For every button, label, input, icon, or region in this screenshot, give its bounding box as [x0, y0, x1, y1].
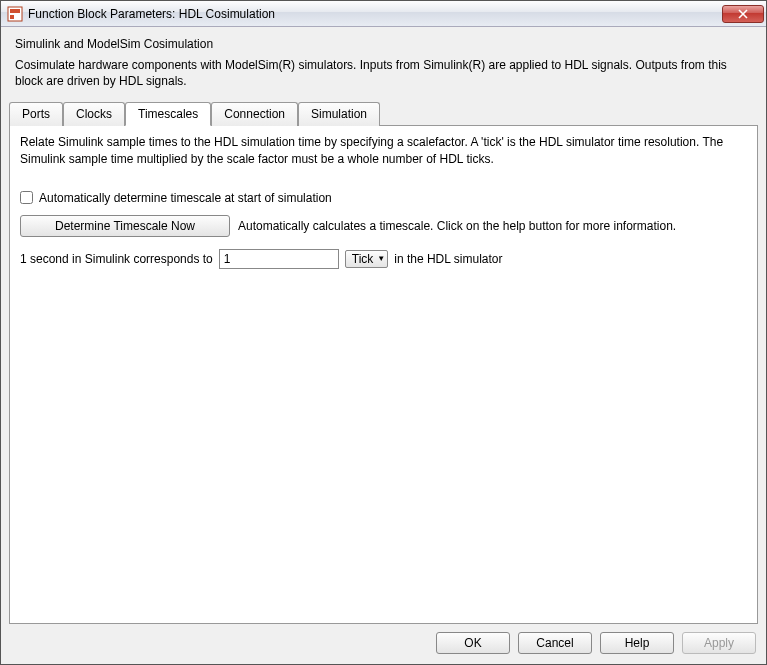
scale-value-input[interactable]: [219, 249, 339, 269]
tab-content-timescales: Relate Simulink sample times to the HDL …: [9, 125, 758, 624]
determine-timescale-button[interactable]: Determine Timescale Now: [20, 215, 230, 237]
tab-ports[interactable]: Ports: [9, 102, 63, 126]
scale-unit-select[interactable]: Tick ▼: [345, 250, 388, 268]
determine-hint: Automatically calculates a timescale. Cl…: [238, 219, 676, 233]
tab-connection[interactable]: Connection: [211, 102, 298, 126]
auto-timescale-checkbox[interactable]: [20, 191, 33, 204]
titlebar[interactable]: Function Block Parameters: HDL Cosimulat…: [1, 1, 766, 27]
close-button[interactable]: [722, 5, 764, 23]
svg-rect-1: [10, 9, 20, 13]
header-heading: Simulink and ModelSim Cosimulation: [15, 37, 754, 51]
timescales-description: Relate Simulink sample times to the HDL …: [20, 134, 747, 166]
dialog-window: Function Block Parameters: HDL Cosimulat…: [0, 0, 767, 665]
window-title: Function Block Parameters: HDL Cosimulat…: [28, 7, 722, 21]
scale-unit-value: Tick: [352, 252, 374, 266]
close-icon: [738, 9, 748, 19]
auto-timescale-checkbox-row[interactable]: Automatically determine timescale at sta…: [20, 191, 747, 205]
header-block: Simulink and ModelSim Cosimulation Cosim…: [1, 27, 766, 95]
scale-row: 1 second in Simulink corresponds to Tick…: [20, 249, 747, 269]
dialog-footer: OK Cancel Help Apply: [1, 624, 766, 664]
help-button[interactable]: Help: [600, 632, 674, 654]
apply-button[interactable]: Apply: [682, 632, 756, 654]
tab-timescales[interactable]: Timescales: [125, 102, 211, 126]
header-description: Cosimulate hardware components with Mode…: [15, 57, 754, 89]
chevron-down-icon: ▼: [377, 254, 385, 263]
svg-rect-2: [10, 15, 14, 19]
app-icon: [7, 6, 23, 22]
scale-prefix: 1 second in Simulink corresponds to: [20, 252, 213, 266]
scale-suffix: in the HDL simulator: [394, 252, 502, 266]
ok-button[interactable]: OK: [436, 632, 510, 654]
tab-simulation[interactable]: Simulation: [298, 102, 380, 126]
determine-row: Determine Timescale Now Automatically ca…: [20, 215, 747, 237]
cancel-button[interactable]: Cancel: [518, 632, 592, 654]
tab-row: Ports Clocks Timescales Connection Simul…: [1, 95, 766, 125]
auto-timescale-label: Automatically determine timescale at sta…: [39, 191, 332, 205]
tab-clocks[interactable]: Clocks: [63, 102, 125, 126]
